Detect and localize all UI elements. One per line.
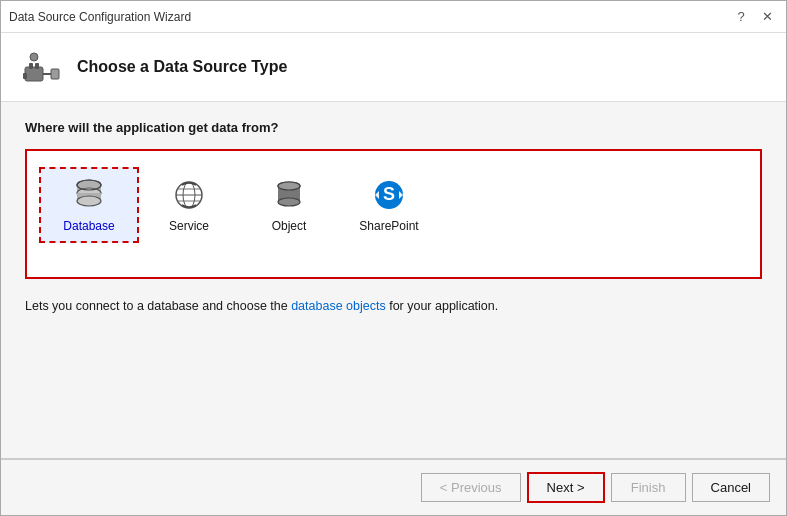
question-label: Where will the application get data from… [25,120,762,135]
datasource-grid: Database Service [25,149,762,279]
datasource-database-label: Database [63,219,114,233]
svg-rect-2 [35,63,39,69]
datasource-object[interactable]: Object [239,167,339,243]
svg-rect-6 [51,69,59,79]
next-button[interactable]: Next > [527,472,605,503]
header-section: Choose a Data Source Type [1,33,786,102]
wizard-window: Data Source Configuration Wizard ? ✕ Cho… [0,0,787,516]
svg-text:S: S [383,184,395,204]
object-icon [271,177,307,213]
header-title: Choose a Data Source Type [77,58,287,76]
previous-button[interactable]: < Previous [421,473,521,502]
datasource-sharepoint-label: SharePoint [359,219,418,233]
footer: < Previous Next > Finish Cancel [1,459,786,515]
help-button[interactable]: ? [730,6,752,28]
datasource-sharepoint[interactable]: S SharePoint [339,167,439,243]
content-section: Where will the application get data from… [1,102,786,458]
svg-rect-0 [25,67,43,81]
description-middle: for your application. [386,299,499,313]
svg-point-20 [278,198,300,206]
datasource-object-label: Object [272,219,307,233]
title-bar-title: Data Source Configuration Wizard [9,10,191,24]
database-icon [71,177,107,213]
svg-rect-1 [29,63,33,69]
sharepoint-icon: S [371,177,407,213]
description-prefix: Lets you connect to a database and choos… [25,299,291,313]
description-area: Lets you connect to a database and choos… [25,289,762,320]
title-bar-controls: ? ✕ [730,6,778,28]
datasource-service[interactable]: Service [139,167,239,243]
svg-point-3 [30,53,38,61]
description-link[interactable]: database objects [291,299,386,313]
svg-rect-4 [23,73,27,79]
title-bar-left: Data Source Configuration Wizard [9,10,191,24]
svg-point-21 [278,182,300,190]
finish-button[interactable]: Finish [611,473,686,502]
wizard-icon [21,47,61,87]
datasource-service-label: Service [169,219,209,233]
datasource-database[interactable]: Database [39,167,139,243]
close-button[interactable]: ✕ [756,6,778,28]
title-bar: Data Source Configuration Wizard ? ✕ [1,1,786,33]
cancel-button[interactable]: Cancel [692,473,770,502]
svg-point-11 [77,196,101,206]
service-icon [171,177,207,213]
